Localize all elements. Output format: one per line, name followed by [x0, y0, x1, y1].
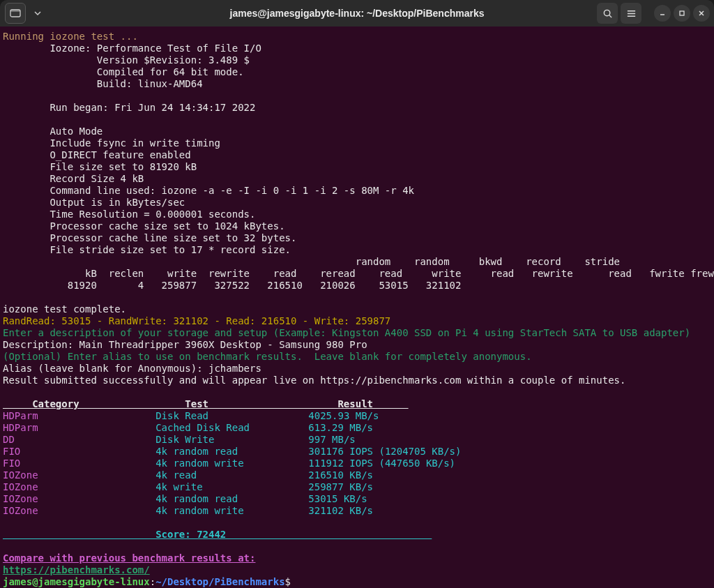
prompt-user: james@jamesgigabyte-linux — [3, 576, 150, 587]
close-icon — [698, 10, 705, 17]
summary-aliasline: Alias (leave blank for Anonymous): jcham… — [3, 363, 261, 374]
svg-line-3 — [609, 15, 611, 17]
search-button[interactable] — [597, 3, 618, 24]
iozone-automode: Auto Mode — [3, 126, 102, 137]
results-header: Category Test Result — [3, 398, 409, 409]
iozone-header: Iozone: Performance Test of File I/O — [3, 43, 261, 54]
results-row: HDParm Disk Read 4025.93 MB/s — [3, 410, 379, 421]
iozone-timeres: Time Resolution = 0.000001 seconds. — [3, 209, 255, 220]
minimize-button[interactable] — [654, 5, 671, 22]
iozone-pcache: Processor cache size set to 1024 kBytes. — [3, 220, 285, 232]
maximize-button[interactable] — [674, 5, 690, 22]
dropdown-button[interactable] — [27, 3, 48, 24]
chevron-down-icon — [34, 10, 41, 17]
iozone-odirect: O_DIRECT feature enabled — [3, 149, 191, 160]
results-score: Score: 72442 — [3, 529, 432, 540]
window-titlebar: james@jamesgigabyte-linux: ~/Desktop/PiB… — [0, 0, 714, 27]
iozone-recsize: Record Size 4 kB — [3, 173, 144, 184]
terminal-output[interactable]: Running iozone test ... Iozone: Performa… — [0, 27, 714, 588]
terminal-tab-icon — [10, 8, 21, 19]
results-row: IOZone 4k random write 321102 KB/s — [3, 505, 373, 516]
results-row: IOZone 4k read 216510 KB/s — [3, 469, 373, 481]
iozone-complete: iozone test complete. — [3, 303, 126, 315]
footer-url[interactable]: https://pibenchmarks.com/ — [3, 564, 150, 575]
close-button[interactable] — [693, 5, 710, 22]
new-tab-button[interactable] — [5, 3, 26, 24]
iozone-outputis: Output is in kBytes/sec — [3, 197, 185, 208]
results-row: HDParm Cached Disk Read 613.29 MB/s — [3, 422, 373, 433]
iozone-colhdr1: random random bkwd record stride — [3, 256, 620, 267]
iozone-pcacheln: Processor cache line size set to 32 byte… — [3, 232, 296, 243]
summary-descprompt: Enter a description of your storage and … — [3, 327, 690, 338]
footer-compare: Compare with previous benchmark results … — [3, 552, 255, 564]
iozone-build: Build: linux-AMD64 — [3, 78, 203, 89]
iozone-cmdline: Command line used: iozone -a -e -I -i 0 … — [3, 185, 414, 196]
results-row: FIO 4k random read 301176 IOPS (1204705 … — [3, 446, 461, 457]
maximize-icon — [678, 10, 685, 17]
results-row: IOZone 4k random read 53015 KB/s — [3, 493, 367, 504]
titlebar-left — [4, 3, 49, 24]
hamburger-menu-button[interactable] — [621, 3, 641, 24]
summary-descline: Description: Main Threadripper 3960X Des… — [3, 339, 367, 350]
iozone-runbegan: Run began: Fri Jun 24 14:34:17 2022 — [3, 102, 255, 113]
search-icon — [602, 8, 613, 19]
shell-prompt[interactable]: james@jamesgigabyte-linux:~/Desktop/PiBe… — [3, 576, 291, 587]
results-row: DD Disk Write 997 MB/s — [3, 434, 356, 445]
titlebar-right — [597, 3, 710, 24]
iozone-datarow: 81920 4 259877 327522 216510 210026 5301… — [3, 280, 461, 291]
iozone-colhdr2: kB reclen write rewrite read reread read… — [3, 268, 714, 279]
results-row: IOZone 4k write 259877 KB/s — [3, 481, 373, 492]
hamburger-icon — [626, 8, 637, 19]
svg-rect-8 — [680, 11, 684, 15]
iozone-filesize: File size set to 81920 kB — [3, 161, 197, 172]
minimize-icon — [659, 10, 666, 17]
prompt-dollar: $ — [285, 576, 291, 587]
iozone-stride: File stride size set to 17 * record size… — [3, 244, 291, 255]
results-row: FIO 4k random write 111912 IOPS (447650 … — [3, 458, 455, 469]
window-title: james@jamesgigabyte-linux: ~/Desktop/PiB… — [230, 8, 485, 19]
svg-point-2 — [604, 10, 609, 15]
summary-aliasprompt: (Optional) Enter alias to use on benchma… — [3, 351, 532, 362]
summary-randline: RandRead: 53015 - RandWrite: 321102 - Re… — [3, 315, 390, 326]
iozone-version: Version $Revision: 3.489 $ — [3, 54, 250, 66]
iozone-fsync: Include fsync in write timing — [3, 137, 220, 149]
prompt-path: ~/Desktop/PiBenchmarks — [155, 576, 284, 587]
summary-submitted: Result submitted successfully and will a… — [3, 375, 625, 386]
iozone-compiled: Compiled for 64 bit mode. — [3, 66, 244, 77]
svg-rect-1 — [10, 10, 20, 12]
iozone-running: Running iozone test ... — [3, 31, 138, 42]
